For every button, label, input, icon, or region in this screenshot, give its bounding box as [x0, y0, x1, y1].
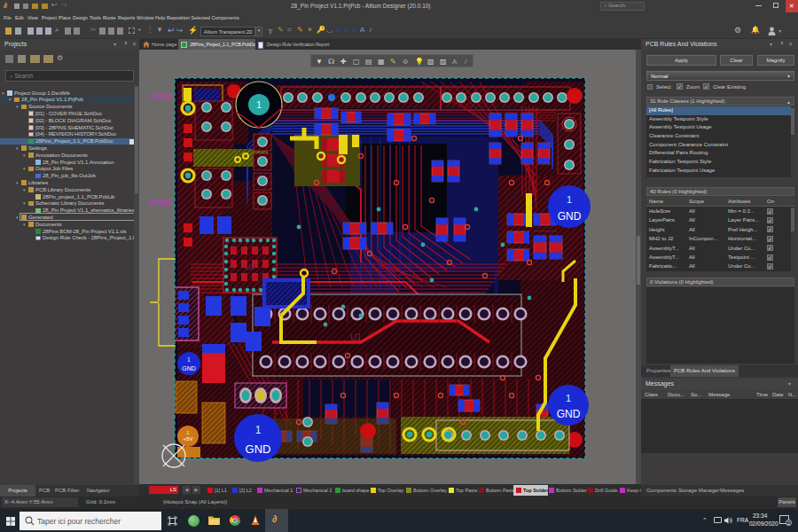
svg-text:GND: GND [558, 210, 582, 223]
svg-text:signa: signa [148, 196, 172, 207]
svg-text:U1: U1 [350, 332, 362, 342]
svg-text:signa: signa [148, 90, 172, 100]
svg-text:1: 1 [567, 194, 572, 205]
svg-text:1: 1 [187, 356, 191, 363]
svg-text:GND: GND [182, 365, 196, 372]
svg-text:GND: GND [246, 442, 271, 456]
svg-text:U2: U2 [245, 262, 255, 271]
svg-text:GND: GND [557, 408, 581, 420]
svg-text:1: 1 [566, 393, 571, 403]
svg-text:1: 1 [255, 424, 262, 436]
svg-text:1: 1 [256, 99, 262, 110]
svg-text:+5V: +5V [184, 436, 193, 442]
